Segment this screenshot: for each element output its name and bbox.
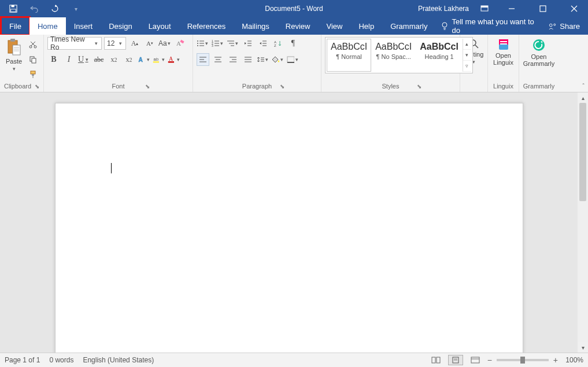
increase-font-size-button[interactable]: A▴ [128,37,141,50]
superscript-button[interactable]: x2 [123,53,135,66]
tab-home[interactable]: Home [29,17,66,35]
group-grammarly: OpenGrammarly Grammarly [519,35,559,92]
minimize-button[interactable] [500,0,523,17]
clipboard-dialog-launcher-icon[interactable]: ⬊ [35,83,39,90]
scroll-thumb[interactable] [579,103,586,201]
word-count[interactable]: 0 words [49,356,73,364]
tab-insert[interactable]: Insert [66,17,101,35]
paragraph-dialog-launcher-icon[interactable]: ⬊ [280,83,284,90]
svg-text:Z: Z [274,44,276,47]
svg-rect-27 [32,74,34,76]
tell-me-search[interactable]: Tell me what you want to do [435,17,541,35]
svg-rect-85 [437,357,440,363]
increase-indent-button[interactable] [257,37,269,50]
svg-rect-81 [500,41,507,42]
font-name-combo[interactable]: Times New Ro▾ [47,37,102,50]
bold-button[interactable]: B [47,53,60,66]
format-painter-button[interactable] [27,68,39,81]
svg-rect-25 [32,58,36,63]
align-center-button[interactable] [212,53,224,66]
italic-button[interactable]: I [62,53,75,66]
zoom-in-button[interactable]: + [553,355,558,365]
save-icon[interactable] [6,5,21,13]
scroll-down-icon[interactable]: ▾ [578,342,588,353]
align-right-button[interactable] [227,53,239,66]
bullets-button[interactable]: ▾ [197,37,209,50]
collapse-ribbon-icon[interactable]: ˆ [582,83,585,90]
page-count[interactable]: Page 1 of 1 [5,356,40,364]
qat-customize-icon[interactable]: ▾ [68,6,83,12]
open-linguix-button[interactable]: OpenLinguix [491,37,516,67]
align-left-button[interactable] [197,53,209,66]
subscript-button[interactable]: x2 [108,53,120,66]
tab-grammarly[interactable]: Grammarly [382,17,435,35]
web-layout-button[interactable] [468,355,483,365]
change-case-button[interactable]: Aa▾ [158,37,171,50]
show-hide-marks-button[interactable]: ¶ [287,37,299,50]
zoom-slider[interactable] [497,359,549,361]
decrease-font-size-button[interactable]: A▾ [143,37,156,50]
svg-text:ab: ab [154,57,159,62]
underline-button[interactable]: U▾ [77,53,90,66]
multilevel-list-button[interactable]: ▾ [227,37,239,50]
zoom-out-button[interactable]: − [487,355,492,365]
borders-button[interactable]: ▾ [287,53,299,66]
print-layout-button[interactable] [448,355,463,365]
copy-button[interactable] [27,53,39,66]
strikethrough-button[interactable]: abc [93,53,105,66]
text-effects-button[interactable]: A▾ [138,53,150,66]
user-name[interactable]: Prateek Lakhera [418,5,469,13]
styles-gallery[interactable]: AaBbCcI ¶ Normal AaBbCcI ¶ No Spac... Aa… [325,37,473,73]
cut-button[interactable] [27,38,39,51]
zoom-level[interactable]: 100% [563,356,583,364]
document-page[interactable] [55,103,523,353]
open-grammarly-button[interactable]: OpenGrammarly [521,37,557,68]
paste-icon [6,38,22,57]
group-paragraph: ▾ 123▾ ▾ AZ ¶ ▾ ▾ ▾ Paragraph⬊ [193,35,321,92]
style-no-spacing[interactable]: AaBbCcI ¶ No Spac... [371,39,416,72]
justify-button[interactable] [242,53,254,66]
scroll-up-icon[interactable]: ▴ [578,92,588,103]
undo-icon[interactable] [27,5,42,13]
clear-formatting-button[interactable]: A [173,37,186,50]
highlight-button[interactable]: ab▾ [153,53,165,66]
tab-references[interactable]: References [179,17,234,35]
tab-mailings[interactable]: Mailings [234,17,278,35]
linguix-label: Linguix [493,83,513,90]
vertical-scrollbar[interactable]: ▴ ▾ [578,92,588,353]
tab-review[interactable]: Review [278,17,319,35]
document-area: ▴ ▾ [0,92,588,353]
tab-layout[interactable]: Layout [140,17,179,35]
paste-button[interactable]: Paste▾ [3,37,24,73]
title-bar: ▾ Document5 - Word Prateek Lakhera [0,0,588,17]
language-status[interactable]: English (United States) [83,356,154,364]
font-color-button[interactable]: A▾ [168,53,180,66]
sort-button[interactable]: AZ [272,37,284,50]
styles-scroll-up-icon[interactable]: ▴ [463,39,471,50]
lightbulb-icon [441,22,448,30]
line-spacing-button[interactable]: ▾ [257,53,269,66]
group-linguix: OpenLinguix Linguix [488,35,519,92]
close-button[interactable] [563,0,586,17]
maximize-button[interactable] [531,0,554,17]
style-heading-1[interactable]: AaBbCcl Heading 1 [416,39,463,72]
styles-dialog-launcher-icon[interactable]: ⬊ [417,83,421,90]
svg-point-21 [34,46,36,48]
ribbon-display-options-icon[interactable] [477,5,492,12]
tab-help[interactable]: Help [350,17,382,35]
styles-expand-icon[interactable]: ▿ [463,61,471,72]
styles-scroll-down-icon[interactable]: ▾ [463,50,471,61]
group-styles: AaBbCcI ¶ Normal AaBbCcI ¶ No Spac... Aa… [321,35,460,92]
font-size-combo[interactable]: 12▾ [104,37,126,50]
tab-file[interactable]: File [1,17,29,35]
style-normal[interactable]: AaBbCcI ¶ Normal [327,39,371,72]
font-dialog-launcher-icon[interactable]: ⬊ [145,83,150,90]
numbering-button[interactable]: 123▾ [212,37,224,50]
decrease-indent-button[interactable] [242,37,254,50]
redo-icon[interactable] [47,5,62,13]
tab-view[interactable]: View [318,17,350,35]
shading-button[interactable]: ▾ [272,53,284,66]
read-mode-button[interactable] [428,355,443,365]
share-button[interactable]: Share [541,17,588,35]
tab-design[interactable]: Design [101,17,140,35]
